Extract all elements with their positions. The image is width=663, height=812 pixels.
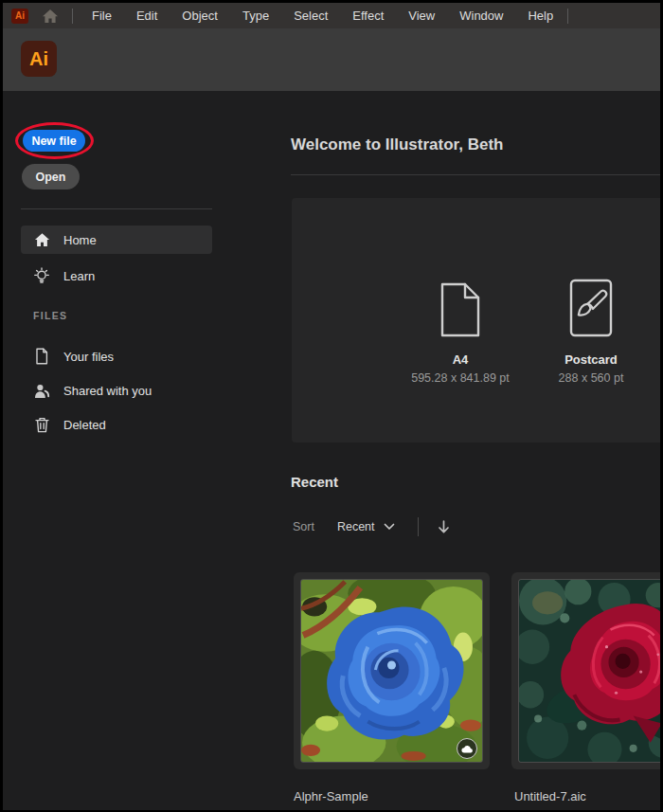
sort-label: Sort [293,520,314,533]
home-icon [33,231,50,248]
files-section-heading: FILES [33,310,67,321]
chevron-down-icon [384,523,395,531]
sort-dropdown[interactable]: Recent [337,520,395,533]
illustrator-logo-text: Ai [15,10,25,21]
menu-effect[interactable]: Effect [352,9,384,23]
section-divider [291,174,660,175]
preset-dimensions: 288 x 560 pt [559,371,624,385]
red-rose-thumbnail [519,580,660,762]
app-header: Ai [3,28,660,91]
sidebar-item-label: Shared with you [63,384,152,398]
menu-object[interactable]: Object [182,9,218,23]
sort-dropdown-value: Recent [337,520,375,533]
menu-window[interactable]: Window [459,9,503,23]
sidebar-item-label: Learn [63,269,95,283]
preset-postcard[interactable]: Postcard 288 x 560 pt [520,278,660,385]
sidebar-item-learn[interactable]: Learn [21,262,212,290]
preset-name: Postcard [564,352,618,367]
preset-name: A4 [453,352,469,367]
sort-controls: Sort Recent [293,516,450,537]
preset-dimensions: 595.28 x 841.89 pt [411,371,510,385]
sidebar-item-label: Home [63,233,97,247]
illustrator-logo-text: Ai [29,48,48,70]
menu-items: File Edit Object Type Select Effect View… [92,9,553,23]
lightbulb-icon [33,267,50,284]
sidebar-item-your-files[interactable]: Your files [21,342,212,370]
recent-file-card-alphr-sample[interactable] [294,572,490,769]
blue-rose-thumbnail [301,580,482,762]
menu-select[interactable]: Select [294,9,328,23]
sidebar-item-deleted[interactable]: Deleted [21,410,212,439]
paintbrush-document-icon [567,278,615,338]
preset-a4[interactable]: A4 595.28 x 841.89 pt [389,278,531,385]
arrow-down-icon [438,520,450,533]
sidebar-divider [21,208,212,209]
menu-view[interactable]: View [408,9,435,23]
document-icon [33,348,50,365]
document-presets-panel: A4 595.28 x 841.89 pt Postcard 288 x 560… [292,198,660,442]
menu-separator [72,9,73,24]
illustrator-home-window: Ai File Edit Object Type Select Effect V… [0,0,663,812]
sidebar-item-label: Deleted [63,418,106,432]
menu-help[interactable]: Help [528,9,553,23]
recent-file-name: Untitled-7.aic [514,789,586,803]
illustrator-taskbar-icon[interactable]: Ai [11,9,28,24]
menu-separator [567,9,568,24]
open-button[interactable]: Open [22,164,80,189]
recent-file-card-untitled-7[interactable] [511,572,660,769]
home-icon[interactable] [42,9,59,24]
illustrator-app-logo: Ai [21,41,57,77]
home-screen-content: New file Open Home Learn FILES [3,91,660,810]
cloud-synced-icon [457,738,477,759]
welcome-heading: Welcome to Illustrator, Beth [291,135,504,154]
sort-direction-button[interactable] [438,520,450,533]
new-file-button[interactable]: New file [23,130,85,152]
menu-edit[interactable]: Edit [136,9,157,23]
menu-bar: Ai File Edit Object Type Select Effect V… [3,3,660,28]
menu-type[interactable]: Type [242,9,269,23]
sort-divider [418,517,419,536]
recent-section-heading: Recent [291,474,338,490]
sidebar-item-home[interactable]: Home [21,226,212,254]
menu-file[interactable]: File [92,9,112,23]
blank-document-icon [438,278,483,338]
sidebar-item-label: Your files [63,350,114,364]
person-icon [33,382,50,399]
recent-file-name: Alphr-Sample [294,789,368,803]
sidebar-item-shared-with-you[interactable]: Shared with you [21,376,212,405]
trash-icon [33,416,50,433]
